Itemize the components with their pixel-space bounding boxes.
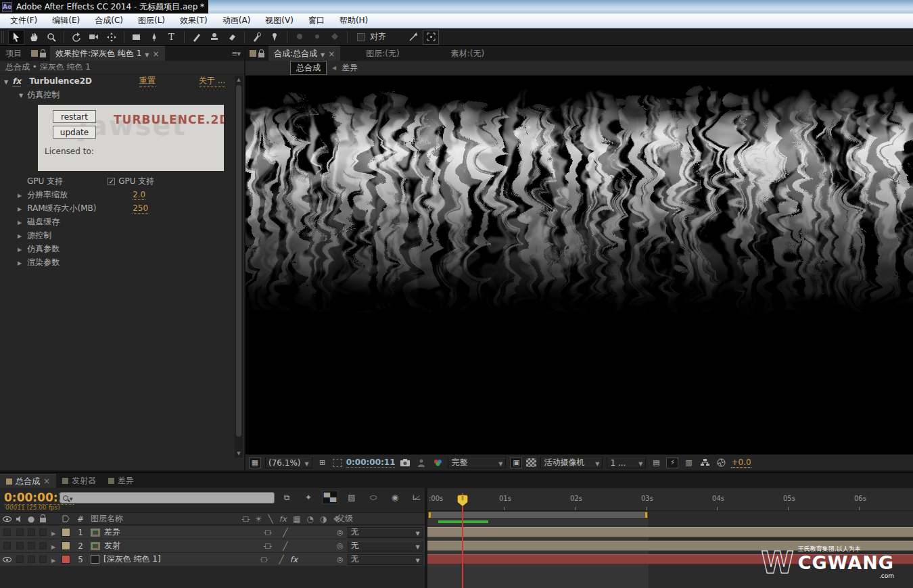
parent-select[interactable]: 无 xyxy=(348,527,423,538)
close-icon[interactable] xyxy=(152,49,159,59)
exposure-value[interactable]: +0.0 xyxy=(731,458,751,468)
eraser-tool-icon[interactable] xyxy=(224,30,240,45)
scrollbar-thumb[interactable] xyxy=(236,85,241,437)
roto-brush-tool-icon[interactable] xyxy=(249,30,265,45)
timeline-tab-main-comp[interactable]: 总合成 × xyxy=(0,474,56,488)
comp-mini-flowchart-icon[interactable]: ⧉ xyxy=(279,491,295,504)
frame-blending-icon[interactable]: ▀▄ xyxy=(322,491,338,504)
puppet-pin-tool-icon[interactable] xyxy=(266,30,283,45)
flow-current-comp[interactable]: 总合成 xyxy=(290,61,327,75)
lock-toggle[interactable] xyxy=(39,556,47,563)
timeline-jump-icon[interactable]: ▥ xyxy=(682,458,695,468)
twirl-closed-icon[interactable] xyxy=(18,217,22,226)
zoom-tool-icon[interactable] xyxy=(43,30,60,45)
twirl-closed-icon[interactable] xyxy=(51,555,55,564)
menu-window[interactable]: 窗口 xyxy=(302,14,331,28)
pan-behind-tool-icon[interactable] xyxy=(103,30,120,45)
camera-tool-icon[interactable] xyxy=(86,30,102,45)
layer-row-5[interactable]: 5 [深灰色 纯色 1] -□-╱fx ◎ 无 xyxy=(0,553,425,566)
menu-composition[interactable]: 合成(C) xyxy=(89,14,129,28)
brainstorm-icon[interactable]: ⬭ xyxy=(365,491,381,504)
view-layout-select[interactable]: 1 ... xyxy=(607,457,646,468)
hand-tool-icon[interactable] xyxy=(26,30,42,45)
layer-name[interactable]: [深灰色 纯色 1] xyxy=(103,554,161,565)
solo-toggle[interactable] xyxy=(28,529,35,536)
lock-toggle[interactable] xyxy=(39,542,47,549)
tab-layer[interactable]: 图层:(无) xyxy=(360,46,404,61)
work-area-end-handle[interactable] xyxy=(645,512,648,518)
work-area-start-handle[interactable] xyxy=(428,512,431,518)
prop-value[interactable]: 2.0 xyxy=(133,190,145,200)
menu-view[interactable]: 视图(V) xyxy=(259,14,300,28)
effects-scrollbar[interactable]: ▲ ▼ xyxy=(235,76,243,458)
fx-switch[interactable]: fx xyxy=(290,555,298,564)
menu-help[interactable]: 帮助(H) xyxy=(333,14,374,28)
timeline-tab-emitter[interactable]: 发射器 xyxy=(56,474,102,488)
menu-effect[interactable]: 效果(T) xyxy=(174,14,214,28)
video-toggle[interactable] xyxy=(3,542,11,549)
label-color[interactable] xyxy=(62,528,70,537)
timeline-tab-diff[interactable]: 差异 xyxy=(102,474,140,488)
motion-blur-icon[interactable]: ▨ xyxy=(344,491,360,504)
restart-button[interactable]: restart xyxy=(53,110,96,123)
tab-footage[interactable]: 素材:(无) xyxy=(446,46,490,61)
show-channel-icon[interactable] xyxy=(431,458,444,468)
layer-name[interactable]: 发射 xyxy=(104,540,120,552)
pick-whip-icon[interactable] xyxy=(405,30,421,45)
tab-effect-controls[interactable]: 效果控件:深灰色 纯色 1 xyxy=(50,46,165,61)
number-column[interactable]: # xyxy=(73,514,88,524)
grid-guides-icon[interactable]: ⊞ xyxy=(317,458,329,468)
twirl-closed-icon[interactable] xyxy=(18,190,22,199)
flowchart-icon[interactable] xyxy=(699,458,711,468)
snap-checkbox[interactable] xyxy=(357,33,365,41)
draft-3d-icon[interactable]: ✦ xyxy=(300,491,317,504)
layer-bar-1[interactable] xyxy=(427,527,913,537)
twirl-closed-icon[interactable] xyxy=(18,258,22,267)
menu-edit[interactable]: 编辑(E) xyxy=(46,14,86,28)
layer-name-column[interactable]: 图层名称 xyxy=(88,513,250,524)
auto-keyframe-icon[interactable]: ◉ xyxy=(387,491,403,504)
parent-select[interactable]: 无 xyxy=(348,541,423,552)
snapshot-camera-icon[interactable] xyxy=(399,458,411,468)
solo-toggle[interactable] xyxy=(28,556,35,563)
gpu-checkbox[interactable]: ✓ xyxy=(108,178,115,185)
current-time-indicator-line[interactable] xyxy=(462,493,463,588)
switches-columns[interactable]: -□-☀╲fx▦◔◑❖ xyxy=(250,514,331,524)
close-icon[interactable] xyxy=(328,49,335,59)
twirl-open-icon[interactable] xyxy=(19,90,23,99)
region-of-interest-icon[interactable] xyxy=(333,459,342,467)
close-icon[interactable]: × xyxy=(43,476,50,486)
menu-animation[interactable]: 动画(A) xyxy=(216,14,257,28)
layer-row-1[interactable]: 1 差异 -□-╱ ◎ 无 xyxy=(0,526,425,539)
tab-composition[interactable]: 合成:总合成 xyxy=(268,46,340,61)
clone-stamp-tool-icon[interactable] xyxy=(206,30,223,45)
reset-link[interactable]: 重置 xyxy=(139,75,156,87)
resolution-select[interactable]: 完整 xyxy=(448,457,506,468)
label-color[interactable] xyxy=(62,541,70,550)
pixel-aspect-icon[interactable]: ▤ xyxy=(650,458,662,468)
composition-viewer[interactable] xyxy=(245,76,913,454)
solo-toggle[interactable] xyxy=(28,542,35,549)
layer-name[interactable]: 差异 xyxy=(104,526,120,538)
fast-preview-icon[interactable]: ⚡ xyxy=(666,458,678,468)
video-toggle[interactable] xyxy=(0,557,14,562)
chevron-down-icon[interactable] xyxy=(321,49,325,59)
parent-pickwhip-icon[interactable]: ◎ xyxy=(337,555,344,564)
about-link[interactable]: 关于 ... xyxy=(199,75,225,87)
viewer-timecode[interactable]: 0:00:00:11 xyxy=(346,458,396,468)
show-snapshot-icon[interactable] xyxy=(415,458,427,468)
work-area-bar[interactable] xyxy=(427,511,649,519)
parent-pickwhip-icon[interactable]: ◎ xyxy=(337,528,344,537)
graph-editor-icon[interactable]: 📈︎ xyxy=(408,491,425,504)
flow-previous-comp[interactable]: 差异 xyxy=(342,62,358,74)
label-color[interactable] xyxy=(62,555,70,564)
tab-project[interactable]: 项目 xyxy=(0,46,27,61)
audio-toggle[interactable] xyxy=(16,556,24,563)
time-ruler[interactable]: :00s 01s 02s 03s 04s 05s 06s xyxy=(427,492,913,511)
exposure-shutter-icon[interactable] xyxy=(715,458,727,468)
parent-pickwhip-icon[interactable]: ◎ xyxy=(337,541,344,550)
audio-column-icon[interactable] xyxy=(14,516,26,522)
video-column-icon[interactable] xyxy=(0,516,14,522)
label-column-icon[interactable] xyxy=(58,515,73,522)
audio-toggle[interactable] xyxy=(16,542,24,549)
